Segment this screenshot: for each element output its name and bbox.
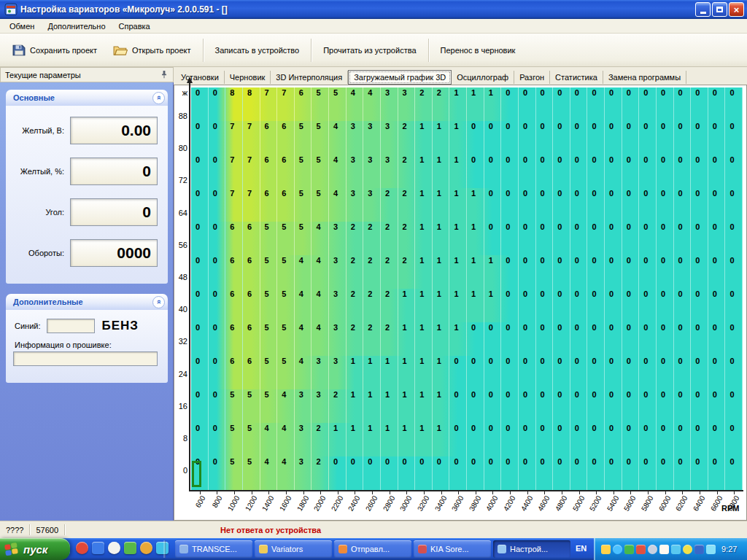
heatmap-cell[interactable]: 0 [553, 423, 570, 456]
heatmap-cell[interactable]: 2 [381, 222, 398, 255]
toolbar-button-4[interactable]: Прочитать из устройства [315, 39, 424, 61]
heatmap-cell[interactable]: 0 [484, 155, 502, 188]
heatmap-cell[interactable]: 5 [260, 222, 278, 255]
heatmap-cell[interactable]: 5 [277, 356, 295, 389]
heatmap-cell[interactable]: 0 [501, 155, 519, 188]
heatmap-cell[interactable]: 2 [311, 423, 329, 456]
heatmap-cell[interactable]: 1 [433, 322, 450, 356]
heatmap-cell[interactable]: 0 [708, 222, 726, 255]
heatmap-cell[interactable]: 1 [398, 322, 416, 356]
heatmap-cell[interactable]: 0 [570, 456, 588, 490]
task-button-1[interactable]: TRANSCE... [175, 540, 252, 558]
heatmap-cell[interactable]: 0 [536, 188, 554, 222]
heatmap-cell[interactable]: 3 [329, 222, 347, 255]
heatmap-cell[interactable]: 0 [570, 222, 588, 255]
heatmap-cell[interactable]: 0 [570, 188, 588, 222]
heatmap-cell[interactable]: 0 [536, 255, 554, 289]
heatmap-cell[interactable]: 0 [553, 456, 570, 490]
heatmap-cell[interactable]: 6 [260, 188, 278, 222]
maximize-button[interactable] [712, 2, 727, 17]
heatmap-cell[interactable]: 2 [347, 222, 364, 255]
heatmap-cell[interactable]: 0 [587, 322, 605, 356]
heatmap-cell[interactable]: 0 [484, 188, 502, 222]
heatmap-cell[interactable]: 0 [639, 155, 657, 188]
heatmap-cell[interactable]: 0 [725, 188, 743, 222]
heatmap-cell[interactable]: 3 [329, 356, 347, 389]
heatmap-cell[interactable]: 5 [329, 88, 347, 121]
heatmap-cell[interactable]: 6 [295, 88, 312, 121]
heatmap-cell[interactable]: 0 [708, 255, 726, 289]
heatmap-cell[interactable]: 1 [467, 188, 484, 222]
heatmap-cell[interactable]: 7 [225, 188, 243, 222]
heatmap-cell[interactable]: 0 [725, 255, 743, 289]
heatmap-cell[interactable]: 0 [191, 289, 209, 322]
heatmap-cell[interactable]: 0 [415, 456, 433, 490]
heatmap-cell[interactable]: 0 [501, 322, 519, 356]
heatmap-cell[interactable]: 0 [553, 255, 570, 289]
quick-launch-icon-1[interactable] [76, 542, 88, 554]
heatmap-cell[interactable]: 4 [347, 88, 364, 121]
heatmap-cell[interactable]: 0 [657, 322, 674, 356]
heatmap-cell[interactable]: 0 [398, 456, 416, 490]
heatmap-cell[interactable]: 0 [191, 88, 209, 121]
tab-5[interactable]: Осциллограф [452, 71, 514, 84]
heatmap-cell[interactable]: 0 [209, 88, 226, 121]
heatmap-cell[interactable]: 1 [484, 88, 502, 121]
heatmap-cell[interactable]: 5 [311, 188, 329, 222]
heatmap-cell[interactable]: 0 [657, 423, 674, 456]
heatmap-cell[interactable]: 4 [260, 423, 278, 456]
heatmap-cell[interactable]: 0 [209, 423, 226, 456]
heatmap-cell[interactable]: 5 [225, 456, 243, 490]
heatmap-cell[interactable]: 1 [467, 289, 484, 322]
heatmap-cell[interactable]: 3 [381, 121, 398, 155]
heatmap-cell[interactable]: 0 [708, 423, 726, 456]
heatmap-cell[interactable]: 0 [570, 322, 588, 356]
heatmap-cell[interactable]: 6 [243, 322, 260, 356]
heatmap-cell[interactable]: 0 [605, 222, 622, 255]
heatmap-cell[interactable]: 5 [295, 155, 312, 188]
heatmap-cell[interactable]: 5 [277, 322, 295, 356]
heatmap-cell[interactable]: 1 [467, 255, 484, 289]
minimize-button[interactable] [695, 2, 711, 17]
tab-8[interactable]: Замена программы [603, 71, 686, 84]
heatmap-cell[interactable]: 3 [329, 289, 347, 322]
heatmap-cell[interactable]: 0 [501, 423, 519, 456]
heatmap-cell[interactable]: 5 [295, 121, 312, 155]
heatmap-cell[interactable]: 0 [605, 322, 622, 356]
tray-icon-7[interactable] [671, 545, 681, 554]
tab-1[interactable]: Установки [176, 71, 225, 84]
quick-launch-icon-3[interactable] [108, 542, 120, 554]
heatmap-cell[interactable]: 0 [501, 255, 519, 289]
heatmap-cell[interactable]: 0 [725, 88, 743, 121]
toolbar-button-3[interactable]: Записать в устройство [207, 39, 308, 61]
heatmap-cell[interactable]: 0 [209, 456, 226, 490]
heatmap-cell[interactable]: 0 [449, 389, 467, 423]
menu-item-3[interactable]: Справка [112, 20, 157, 32]
heatmap-cell[interactable]: 1 [398, 423, 416, 456]
heatmap-cell[interactable]: 6 [225, 289, 243, 322]
heatmap-cell[interactable]: 0 [622, 289, 640, 322]
heatmap-cell[interactable]: 1 [449, 188, 467, 222]
heatmap-cell[interactable]: 0 [191, 121, 209, 155]
heatmap-cell[interactable]: 0 [501, 389, 519, 423]
heatmap-cell[interactable]: 0 [209, 356, 226, 389]
heatmap-cell[interactable]: 6 [243, 222, 260, 255]
heatmap-cell[interactable]: 0 [570, 121, 588, 155]
heatmap-cell[interactable]: 1 [415, 289, 433, 322]
heatmap-cell[interactable]: 3 [311, 389, 329, 423]
heatmap-cell[interactable]: 7 [243, 121, 260, 155]
heatmap-cell[interactable]: 0 [484, 456, 502, 490]
heatmap-cell[interactable]: 0 [708, 88, 726, 121]
heatmap-cell[interactable]: 0 [519, 222, 536, 255]
heatmap-cell[interactable]: 1 [484, 255, 502, 289]
heatmap-cell[interactable]: 1 [449, 289, 467, 322]
heatmap-cell[interactable]: 0 [725, 389, 743, 423]
heatmap-cell[interactable]: 0 [467, 423, 484, 456]
heatmap-cell[interactable]: 0 [501, 289, 519, 322]
heatmap-cell[interactable]: 0 [674, 322, 692, 356]
heatmap-cell[interactable]: 0 [674, 255, 692, 289]
heatmap-cell[interactable]: 0 [381, 456, 398, 490]
heatmap-cell[interactable]: 0 [708, 289, 726, 322]
close-button[interactable]: × [729, 2, 744, 17]
heatmap-cell[interactable]: 0 [209, 121, 226, 155]
